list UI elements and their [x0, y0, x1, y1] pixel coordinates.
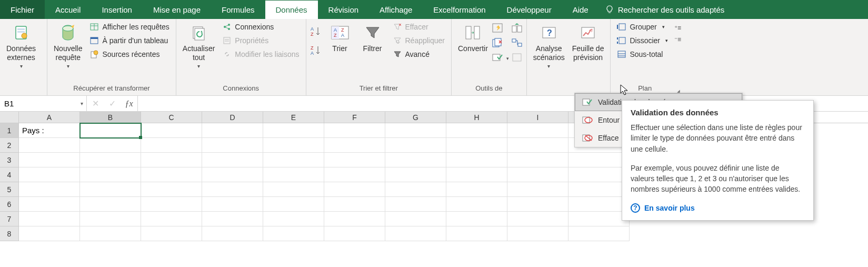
cell-C1[interactable]: [141, 123, 202, 138]
consolidate-button[interactable]: [512, 23, 523, 35]
cell-B3[interactable]: [80, 153, 141, 167]
cell-G8[interactable]: [385, 226, 446, 241]
tab-formulas[interactable]: Formules: [211, 0, 265, 19]
cell-B2[interactable]: [80, 138, 141, 153]
row-header-2[interactable]: 2: [0, 138, 19, 153]
cell-B4[interactable]: [80, 167, 141, 182]
remove-duplicates-button[interactable]: [492, 38, 504, 50]
refresh-all-button[interactable]: Actualiser tout ▾: [179, 21, 218, 72]
cell-C7[interactable]: [141, 212, 202, 226]
external-data-button[interactable]: Données externes ▾: [3, 21, 39, 72]
col-header-A[interactable]: A: [19, 112, 80, 123]
cell-C3[interactable]: [141, 153, 202, 167]
col-header-I[interactable]: I: [507, 112, 568, 123]
cell-B5[interactable]: [80, 182, 141, 197]
cell-H3[interactable]: [446, 153, 507, 167]
row-header-7[interactable]: 7: [0, 212, 19, 226]
cell-D6[interactable]: [202, 197, 263, 212]
cell-I7[interactable]: [507, 212, 568, 226]
cell-J3[interactable]: [568, 153, 630, 167]
cell-G7[interactable]: [385, 212, 446, 226]
cell-C5[interactable]: [141, 182, 202, 197]
sort-desc-button[interactable]: ZA: [310, 44, 323, 58]
cell-D1[interactable]: [202, 123, 263, 138]
tab-data[interactable]: Données: [265, 0, 318, 19]
cell-C8[interactable]: [141, 226, 202, 241]
cell-G3[interactable]: [385, 153, 446, 167]
col-header-B[interactable]: B: [80, 112, 141, 123]
cell-G2[interactable]: [385, 138, 446, 153]
cell-I8[interactable]: [507, 226, 568, 241]
cell-E7[interactable]: [263, 212, 324, 226]
cell-C4[interactable]: [141, 167, 202, 182]
cell-I6[interactable]: [507, 197, 568, 212]
forecast-sheet-button[interactable]: Feuille de prévision: [569, 21, 607, 64]
cell-F3[interactable]: [324, 153, 385, 167]
tell-me-search[interactable]: Rechercher des outils adaptés: [599, 0, 731, 19]
col-header-H[interactable]: H: [446, 112, 507, 123]
cell-J8[interactable]: [568, 226, 630, 241]
from-table-button[interactable]: À partir d'un tableau: [86, 35, 172, 46]
cell-A4[interactable]: [19, 167, 80, 182]
insert-function-button[interactable]: ƒx: [121, 96, 137, 111]
cell-A3[interactable]: [19, 153, 80, 167]
filter-button[interactable]: Filtrer: [357, 21, 388, 55]
whatif-analysis-button[interactable]: ? Analyse scénarios ▾: [530, 21, 568, 72]
cell-D3[interactable]: [202, 153, 263, 167]
row-header-4[interactable]: 4: [0, 167, 19, 182]
cell-E2[interactable]: [263, 138, 324, 153]
cell-A8[interactable]: [19, 226, 80, 241]
cell-C6[interactable]: [141, 197, 202, 212]
col-header-C[interactable]: C: [141, 112, 202, 123]
tab-insert[interactable]: Insertion: [91, 0, 143, 19]
sort-asc-button[interactable]: AZ: [310, 25, 323, 39]
show-detail-button[interactable]: ⁺≡: [674, 24, 681, 32]
show-queries-button[interactable]: Afficher les requêtes: [86, 21, 172, 33]
cell-E4[interactable]: [263, 167, 324, 182]
cell-A2[interactable]: [19, 138, 80, 153]
col-header-D[interactable]: D: [202, 112, 263, 123]
cell-I2[interactable]: [507, 138, 568, 153]
subtotal-button[interactable]: Sous-total: [614, 48, 671, 60]
tab-review[interactable]: Révision: [318, 0, 370, 19]
cell-B7[interactable]: [80, 212, 141, 226]
cell-E8[interactable]: [263, 226, 324, 241]
cell-F7[interactable]: [324, 212, 385, 226]
tab-page-layout[interactable]: Mise en page: [143, 0, 211, 19]
name-box[interactable]: B1 ▾: [0, 96, 87, 111]
connections-button[interactable]: Connexions: [219, 21, 302, 33]
tab-view[interactable]: Affichage: [369, 0, 423, 19]
new-query-button[interactable]: Nouvelle requête ▾: [51, 21, 85, 72]
row-header-8[interactable]: 8: [0, 226, 19, 241]
cell-A7[interactable]: [19, 212, 80, 226]
cell-E6[interactable]: [263, 197, 324, 212]
cell-J7[interactable]: [568, 212, 630, 226]
cell-D7[interactable]: [202, 212, 263, 226]
col-header-F[interactable]: F: [324, 112, 385, 123]
cell-A1[interactable]: Pays :: [19, 123, 80, 138]
row-header-6[interactable]: 6: [0, 197, 19, 212]
advanced-filter-button[interactable]: Avancé: [390, 48, 448, 60]
cell-G4[interactable]: [385, 167, 446, 182]
cell-B6[interactable]: [80, 197, 141, 212]
col-header-G[interactable]: G: [385, 112, 446, 123]
cell-B8[interactable]: [80, 226, 141, 241]
row-header-5[interactable]: 5: [0, 182, 19, 197]
cell-F2[interactable]: [324, 138, 385, 153]
cell-D5[interactable]: [202, 182, 263, 197]
cell-F1[interactable]: [324, 123, 385, 138]
cell-G6[interactable]: [385, 197, 446, 212]
group-rows-button[interactable]: Grouper ▾: [614, 21, 671, 33]
cell-C2[interactable]: [141, 138, 202, 153]
cell-I3[interactable]: [507, 153, 568, 167]
cell-G5[interactable]: [385, 182, 446, 197]
row-header-3[interactable]: 3: [0, 153, 19, 167]
cell-H8[interactable]: [446, 226, 507, 241]
cell-J5[interactable]: [568, 182, 630, 197]
cell-F8[interactable]: [324, 226, 385, 241]
cell-I5[interactable]: [507, 182, 568, 197]
sort-button[interactable]: AZZA Trier: [324, 21, 356, 55]
cell-H2[interactable]: [446, 138, 507, 153]
cell-F4[interactable]: [324, 167, 385, 182]
cell-A5[interactable]: [19, 182, 80, 197]
